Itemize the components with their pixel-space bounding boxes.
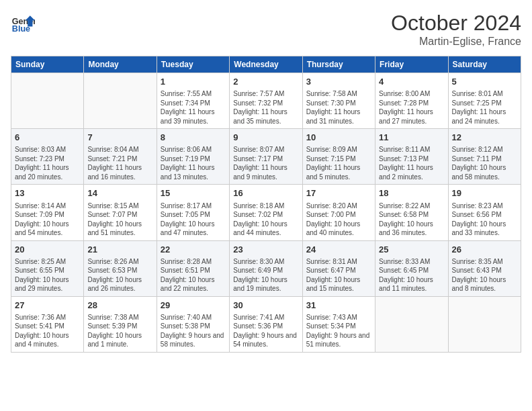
title-block: October 2024 Martin-Eglise, France (391, 11, 521, 48)
day-detail: Sunrise: 8:12 AM Sunset: 7:11 PM Dayligh… (452, 145, 517, 181)
calendar-week-row: 27Sunrise: 7:36 AM Sunset: 5:41 PM Dayli… (11, 296, 521, 352)
calendar-cell: 13Sunrise: 8:14 AM Sunset: 7:09 PM Dayli… (11, 185, 84, 240)
day-detail: Sunrise: 8:31 AM Sunset: 6:47 PM Dayligh… (306, 257, 371, 293)
calendar-cell: 30Sunrise: 7:41 AM Sunset: 5:36 PM Dayli… (230, 296, 302, 352)
day-number: 13 (15, 187, 80, 199)
day-number: 4 (379, 76, 444, 88)
day-header-saturday: Saturday (448, 56, 521, 73)
calendar-cell: 5Sunrise: 8:01 AM Sunset: 7:25 PM Daylig… (448, 73, 521, 129)
calendar-cell: 28Sunrise: 7:38 AM Sunset: 5:39 PM Dayli… (84, 296, 157, 352)
day-detail: Sunrise: 7:40 AM Sunset: 5:38 PM Dayligh… (161, 313, 226, 349)
calendar-cell: 14Sunrise: 8:15 AM Sunset: 7:07 PM Dayli… (84, 185, 157, 240)
day-detail: Sunrise: 8:23 AM Sunset: 6:56 PM Dayligh… (452, 201, 517, 238)
calendar-cell: 18Sunrise: 8:22 AM Sunset: 6:58 PM Dayli… (375, 185, 448, 240)
month-title: October 2024 (391, 11, 521, 36)
calendar-cell: 10Sunrise: 8:09 AM Sunset: 7:15 PM Dayli… (302, 129, 375, 185)
calendar-week-row: 1Sunrise: 7:55 AM Sunset: 7:34 PM Daylig… (11, 73, 521, 129)
logo-icon: General Blue (11, 11, 35, 35)
calendar-cell: 3Sunrise: 7:58 AM Sunset: 7:30 PM Daylig… (302, 73, 375, 129)
day-detail: Sunrise: 8:14 AM Sunset: 7:09 PM Dayligh… (15, 201, 80, 238)
day-number: 5 (452, 76, 517, 88)
calendar-cell: 2Sunrise: 7:57 AM Sunset: 7:32 PM Daylig… (230, 73, 302, 129)
calendar-cell: 12Sunrise: 8:12 AM Sunset: 7:11 PM Dayli… (448, 129, 521, 185)
day-detail: Sunrise: 8:00 AM Sunset: 7:28 PM Dayligh… (379, 89, 444, 126)
day-number: 6 (15, 132, 80, 144)
day-header-sunday: Sunday (11, 56, 84, 73)
calendar-week-row: 6Sunrise: 8:03 AM Sunset: 7:23 PM Daylig… (11, 129, 521, 185)
calendar-cell: 23Sunrise: 8:30 AM Sunset: 6:49 PM Dayli… (230, 240, 302, 296)
calendar-cell: 27Sunrise: 7:36 AM Sunset: 5:41 PM Dayli… (11, 296, 84, 352)
calendar-cell: 7Sunrise: 8:04 AM Sunset: 7:21 PM Daylig… (84, 129, 157, 185)
day-number: 7 (87, 132, 152, 144)
day-header-tuesday: Tuesday (157, 56, 229, 73)
day-number: 15 (161, 187, 226, 199)
day-number: 26 (452, 244, 517, 256)
day-detail: Sunrise: 7:57 AM Sunset: 7:32 PM Dayligh… (233, 89, 298, 126)
calendar-cell: 16Sunrise: 8:18 AM Sunset: 7:02 PM Dayli… (230, 185, 302, 240)
day-detail: Sunrise: 8:04 AM Sunset: 7:21 PM Dayligh… (87, 145, 152, 181)
svg-text:Blue: Blue (12, 24, 30, 34)
day-number: 9 (233, 132, 298, 144)
page-header: General Blue October 2024 Martin-Eglise,… (11, 11, 521, 48)
day-number: 21 (87, 244, 152, 256)
day-detail: Sunrise: 8:17 AM Sunset: 7:05 PM Dayligh… (161, 201, 226, 238)
calendar-cell (84, 73, 157, 129)
day-detail: Sunrise: 8:30 AM Sunset: 6:49 PM Dayligh… (233, 257, 298, 293)
day-number: 22 (161, 244, 226, 256)
calendar-cell: 17Sunrise: 8:20 AM Sunset: 7:00 PM Dayli… (302, 185, 375, 240)
day-number: 12 (452, 132, 517, 144)
day-number: 18 (379, 187, 444, 199)
calendar-cell: 1Sunrise: 7:55 AM Sunset: 7:34 PM Daylig… (157, 73, 229, 129)
calendar-week-row: 13Sunrise: 8:14 AM Sunset: 7:09 PM Dayli… (11, 185, 521, 240)
day-number: 2 (233, 76, 298, 88)
calendar-cell: 21Sunrise: 8:26 AM Sunset: 6:53 PM Dayli… (84, 240, 157, 296)
calendar-header-row: SundayMondayTuesdayWednesdayThursdayFrid… (11, 56, 521, 73)
calendar-cell: 24Sunrise: 8:31 AM Sunset: 6:47 PM Dayli… (302, 240, 375, 296)
day-detail: Sunrise: 7:38 AM Sunset: 5:39 PM Dayligh… (87, 313, 152, 349)
calendar-cell: 9Sunrise: 8:07 AM Sunset: 7:17 PM Daylig… (230, 129, 302, 185)
day-number: 11 (379, 132, 444, 144)
day-detail: Sunrise: 8:35 AM Sunset: 6:43 PM Dayligh… (452, 257, 517, 293)
day-number: 31 (306, 300, 371, 312)
day-detail: Sunrise: 8:33 AM Sunset: 6:45 PM Dayligh… (379, 257, 444, 293)
day-detail: Sunrise: 8:11 AM Sunset: 7:13 PM Dayligh… (379, 145, 444, 181)
day-detail: Sunrise: 8:20 AM Sunset: 7:00 PM Dayligh… (306, 201, 371, 238)
day-detail: Sunrise: 8:01 AM Sunset: 7:25 PM Dayligh… (452, 89, 517, 126)
day-number: 23 (233, 244, 298, 256)
calendar-cell (448, 296, 521, 352)
calendar-cell (375, 296, 448, 352)
calendar-cell: 29Sunrise: 7:40 AM Sunset: 5:38 PM Dayli… (157, 296, 229, 352)
day-number: 8 (161, 132, 226, 144)
calendar-cell: 6Sunrise: 8:03 AM Sunset: 7:23 PM Daylig… (11, 129, 84, 185)
day-number: 24 (306, 244, 371, 256)
calendar-cell: 26Sunrise: 8:35 AM Sunset: 6:43 PM Dayli… (448, 240, 521, 296)
day-detail: Sunrise: 8:26 AM Sunset: 6:53 PM Dayligh… (87, 257, 152, 293)
day-number: 1 (161, 76, 226, 88)
day-number: 3 (306, 76, 371, 88)
day-detail: Sunrise: 8:25 AM Sunset: 6:55 PM Dayligh… (15, 257, 80, 293)
calendar-week-row: 20Sunrise: 8:25 AM Sunset: 6:55 PM Dayli… (11, 240, 521, 296)
day-header-thursday: Thursday (302, 56, 375, 73)
day-detail: Sunrise: 7:58 AM Sunset: 7:30 PM Dayligh… (306, 89, 371, 126)
day-number: 16 (233, 187, 298, 199)
calendar-cell: 19Sunrise: 8:23 AM Sunset: 6:56 PM Dayli… (448, 185, 521, 240)
logo: General Blue (11, 11, 35, 35)
day-detail: Sunrise: 8:03 AM Sunset: 7:23 PM Dayligh… (15, 145, 80, 181)
calendar-table: SundayMondayTuesdayWednesdayThursdayFrid… (11, 56, 521, 353)
day-detail: Sunrise: 8:15 AM Sunset: 7:07 PM Dayligh… (87, 201, 152, 238)
day-number: 25 (379, 244, 444, 256)
calendar-cell (11, 73, 84, 129)
day-header-friday: Friday (375, 56, 448, 73)
calendar-cell: 11Sunrise: 8:11 AM Sunset: 7:13 PM Dayli… (375, 129, 448, 185)
calendar-cell: 22Sunrise: 8:28 AM Sunset: 6:51 PM Dayli… (157, 240, 229, 296)
day-number: 14 (87, 187, 152, 199)
calendar-cell: 4Sunrise: 8:00 AM Sunset: 7:28 PM Daylig… (375, 73, 448, 129)
calendar-cell: 25Sunrise: 8:33 AM Sunset: 6:45 PM Dayli… (375, 240, 448, 296)
day-number: 30 (233, 300, 298, 312)
day-number: 17 (306, 187, 371, 199)
day-detail: Sunrise: 7:43 AM Sunset: 5:34 PM Dayligh… (306, 313, 371, 349)
calendar-cell: 15Sunrise: 8:17 AM Sunset: 7:05 PM Dayli… (157, 185, 229, 240)
day-number: 29 (161, 300, 226, 312)
day-detail: Sunrise: 7:41 AM Sunset: 5:36 PM Dayligh… (233, 313, 298, 349)
day-number: 19 (452, 187, 517, 199)
